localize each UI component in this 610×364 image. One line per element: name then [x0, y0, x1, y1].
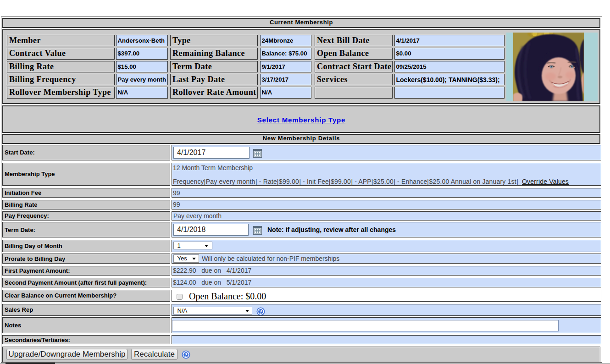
svg-text:?: ? — [259, 308, 262, 315]
svg-text:?: ? — [184, 351, 188, 358]
